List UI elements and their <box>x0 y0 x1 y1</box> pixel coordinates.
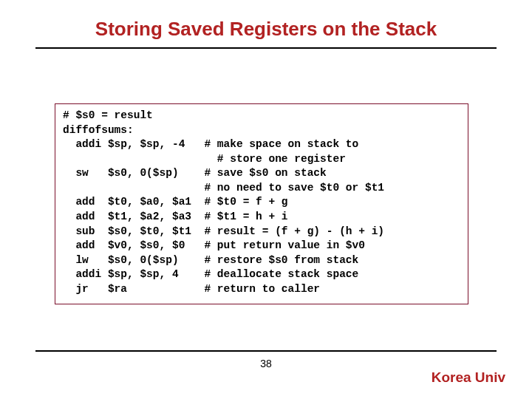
page-number: 38 <box>0 358 532 369</box>
code-block: # $s0 = result diffofsums: addi $sp, $sp… <box>63 109 460 296</box>
slide: Storing Saved Registers on the Stack # $… <box>0 0 532 399</box>
code-box: # $s0 = result diffofsums: addi $sp, $sp… <box>55 103 468 304</box>
title-divider <box>35 47 497 49</box>
footer-brand: Korea Univ <box>432 369 505 386</box>
bottom-divider <box>35 350 497 352</box>
slide-title: Storing Saved Registers on the Stack <box>0 18 532 41</box>
